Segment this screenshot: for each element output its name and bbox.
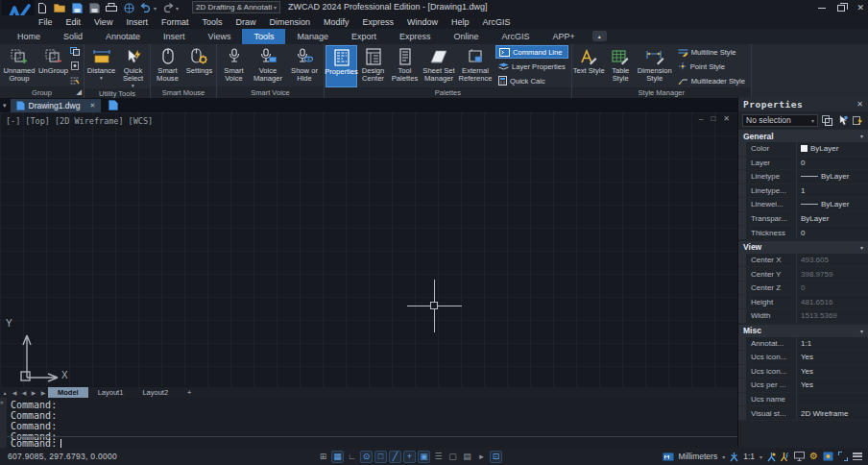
section-view[interactable]: View ▾ (738, 241, 868, 254)
properties-button[interactable]: Properties (326, 45, 357, 87)
smart-mouse-button[interactable]: Smart Mouse (152, 45, 183, 86)
quick-select-panel-icon[interactable] (852, 114, 864, 127)
smart-mouse-settings-button[interactable]: Settings (183, 45, 215, 86)
transparency-toggle[interactable]: ▢ (446, 451, 459, 463)
undo-caret-icon[interactable]: ▾ (154, 5, 157, 12)
multileader-style-button[interactable]: Multileader Style (675, 74, 748, 87)
menu-modify[interactable]: Modify (324, 17, 350, 27)
group-edit-icon[interactable] (70, 47, 82, 56)
close-button[interactable]: ✕ (856, 0, 864, 15)
property-row-ucs-per-viewport[interactable]: Ucs per ... Yes (738, 379, 868, 393)
menu-help[interactable]: Help (451, 17, 470, 27)
property-row-height[interactable]: Height 481.6516 (738, 295, 868, 309)
command-close-icon[interactable]: ✕ (0, 399, 4, 405)
property-row-ucs-icon-origin[interactable]: Ucs icon... Yes (738, 365, 868, 379)
redo-button[interactable] (162, 2, 174, 13)
preview-button[interactable] (123, 2, 134, 13)
sheet-set-manager-button[interactable]: Sheet Set Manager (421, 45, 457, 87)
distance-button[interactable]: Distance ▾ (85, 45, 117, 88)
dynamic-input-toggle[interactable]: + (403, 451, 416, 463)
snap-toggle[interactable]: ▦ (331, 451, 344, 463)
layout-prev-button[interactable]: ◀ (19, 389, 29, 396)
ribbon-tab-app-plus[interactable]: APP+ (542, 29, 587, 44)
save-button[interactable] (71, 2, 83, 13)
section-collapse-icon[interactable]: ▾ (860, 133, 863, 139)
menu-arcgis[interactable]: ArcGIS (483, 17, 511, 27)
layer-properties-button[interactable]: Layer Properties (495, 60, 568, 73)
layout-tab-model[interactable]: Model (48, 387, 88, 398)
units-caret-icon[interactable]: ▾ (722, 453, 725, 460)
ribbon-tab-insert[interactable]: Insert (152, 29, 197, 44)
menu-format[interactable]: Format (161, 17, 189, 27)
command-line-button[interactable]: Command Line (495, 45, 568, 59)
text-style-button[interactable]: Text Style (573, 45, 605, 87)
toggle-pickadd-icon[interactable] (821, 114, 833, 127)
property-row-center-x[interactable]: Center X 493.605 (738, 254, 868, 268)
property-row-annotation-scale[interactable]: Annotat... 1:1 (738, 337, 868, 352)
annotation-visibility-icon[interactable] (767, 452, 776, 462)
group-selectable-icon[interactable] (70, 76, 82, 85)
viewport-minimize-control[interactable]: [-] (6, 116, 20, 126)
new-drawing-button[interactable] (108, 100, 118, 110)
ribbon-tab-solid[interactable]: Solid (52, 29, 94, 44)
annotation-toggle[interactable]: ▣ (418, 451, 430, 463)
table-style-button[interactable]: Table Style (605, 45, 637, 87)
undo-button[interactable] (140, 2, 152, 13)
open-file-button[interactable] (54, 2, 65, 13)
document-list-caret-icon[interactable]: ▾ (3, 102, 7, 110)
ribbon-tab-express[interactable]: Express (388, 29, 443, 44)
menu-dimension[interactable]: Dimension (269, 17, 310, 27)
layout-menu-button[interactable]: ▴ (0, 389, 10, 396)
menu-draw[interactable]: Draw (235, 17, 255, 27)
isolate-objects-icon[interactable] (823, 452, 833, 461)
show-or-hide-button[interactable]: Show or Hide (286, 45, 323, 86)
quick-calc-button[interactable]: Quick Calc (495, 74, 568, 87)
layout-tab-layout1[interactable]: Layout1 (88, 387, 133, 398)
save-as-button[interactable] (88, 2, 100, 13)
ribbon-tab-online[interactable]: Online (443, 29, 491, 44)
group-bounding-icon[interactable] (70, 61, 82, 70)
ribbon-tab-manage[interactable]: Manage (285, 29, 340, 44)
layout-last-button[interactable]: ▶ (38, 389, 48, 396)
select-objects-icon[interactable] (836, 114, 849, 127)
layout-first-button[interactable]: ◀ (10, 389, 19, 396)
fullscreen-icon[interactable] (838, 452, 848, 461)
viewport-close-button[interactable]: ✕ (723, 114, 730, 123)
layout-new-tab-button[interactable]: + (178, 387, 201, 398)
new-file-button[interactable] (36, 2, 48, 13)
menu-window[interactable]: Window (407, 17, 438, 27)
ungroup-button[interactable]: UnGroup (37, 45, 69, 86)
cycling-toggle[interactable]: ▤ (461, 451, 473, 463)
layout-tab-layout2[interactable]: Layout2 (133, 387, 178, 398)
ribbon-tab-tools[interactable]: Tools (242, 29, 285, 44)
grid-toggle[interactable]: ⊞ (317, 451, 329, 463)
selection-dropdown[interactable]: No selection ▾ (742, 114, 818, 127)
command-window[interactable]: ✕ Command: Command: Command: Command: Co… (0, 398, 737, 448)
smart-voice-button[interactable]: Smart Voice (218, 45, 250, 86)
annotation-scale-value[interactable]: 1:1 (743, 452, 755, 461)
graphics-performance-icon[interactable] (794, 452, 805, 461)
section-collapse-icon[interactable]: ▾ (860, 244, 863, 251)
ribbon-tab-export[interactable]: Export (340, 29, 388, 44)
otrack-toggle[interactable]: ╱ (389, 451, 401, 463)
group-dialog-launcher[interactable]: ◢ (76, 87, 82, 96)
drawing-canvas[interactable]: [-] [Top] [2D Wireframe] [WCS] – □ ✕ Y X (0, 112, 737, 387)
viewport-ucs-control[interactable]: [WCS] (129, 116, 154, 126)
property-row-layer[interactable]: Layer 0 (738, 157, 868, 171)
properties-panel-close-icon[interactable]: ✕ (856, 100, 863, 109)
layout-next-button[interactable]: ▶ (29, 389, 38, 396)
viewport-visual-style-control[interactable]: [2D Wireframe] (55, 116, 124, 126)
point-style-button[interactable]: Point Style (675, 60, 748, 73)
plot-button[interactable] (106, 2, 117, 13)
restore-button[interactable] (837, 5, 845, 12)
ribbon-tab-home[interactable]: Home (6, 29, 52, 44)
property-row-center-y[interactable]: Center Y 398.9759 (738, 267, 868, 281)
osnap-toggle[interactable]: □ (374, 451, 387, 463)
quick-select-button[interactable]: Quick Select ▾ (117, 45, 149, 88)
ribbon-collapse-button[interactable]: ▴ (592, 31, 607, 41)
property-row-ucs-icon-on[interactable]: Ucs icon... Yes (738, 351, 868, 365)
redo-caret-icon[interactable]: ▾ (176, 5, 179, 12)
document-tab-drawing1[interactable]: Drawing1.dwg ✕ (11, 99, 102, 112)
property-row-color[interactable]: Color ByLayer (738, 142, 868, 157)
section-collapse-icon[interactable]: ▾ (860, 328, 863, 334)
